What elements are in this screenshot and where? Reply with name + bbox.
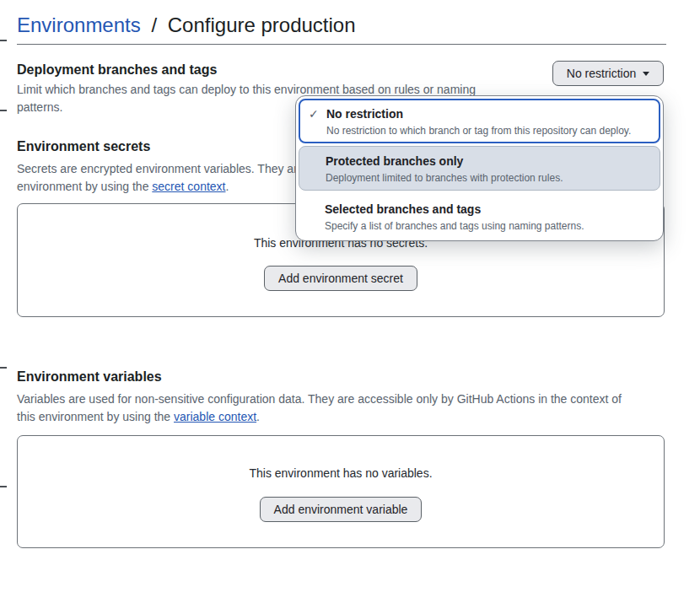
dropdown-option-protected-branches-only[interactable]: Protected branches only Deployment limit… — [299, 146, 660, 191]
variables-section-title: Environment variables — [17, 369, 162, 385]
deployment-description-line1: Limit which branches and tags can deploy… — [17, 83, 476, 96]
variables-description-line1: Variables are used for non-sensitive con… — [17, 392, 622, 406]
check-icon: ✓ — [309, 107, 319, 121]
variables-empty-message: This environment has no variables. — [249, 465, 432, 482]
secrets-description-line2: environment by using the — [17, 180, 152, 193]
add-environment-secret-button[interactable]: Add environment secret — [264, 266, 417, 291]
dropdown-option-label: Protected branches only — [326, 153, 651, 169]
breadcrumb-separator: / — [151, 13, 157, 36]
variables-empty-box: This environment has no variables. Add e… — [17, 435, 665, 548]
breadcrumb-environments-link[interactable]: Environments — [17, 13, 141, 36]
dropdown-option-selected-branches-and-tags[interactable]: Selected branches and tags Specify a lis… — [299, 193, 660, 238]
variables-section-description: Variables are used for non-sensitive con… — [17, 390, 658, 426]
variables-description-suffix: . — [256, 410, 260, 423]
breadcrumb-current: Configure production — [168, 13, 356, 36]
dropdown-option-description: No restriction to which branch or tag fr… — [326, 125, 650, 137]
dropdown-option-label: No restriction — [326, 106, 650, 121]
dropdown-option-description: Deployment limited to branches with prot… — [326, 172, 651, 185]
chevron-down-icon — [643, 72, 649, 76]
dropdown-option-description: Specify a list of branches and tags usin… — [325, 220, 652, 233]
branch-policy-dropdown-button-label: No restriction — [567, 67, 636, 80]
environment-configuration-page: Environments / Configure production Depl… — [0, 0, 700, 603]
screen-edge-artifact — [0, 40, 7, 41]
screen-edge-artifact — [0, 367, 7, 369]
dropdown-option-label: Selected branches and tags — [325, 202, 652, 217]
deployment-description-line2: patterns. — [17, 100, 62, 114]
page-title: Environments / Configure production — [17, 13, 356, 38]
secret-context-link[interactable]: secret context — [152, 180, 225, 193]
deployment-section-title: Deployment branches and tags — [17, 62, 217, 78]
screen-edge-artifact — [0, 486, 7, 487]
variable-context-link[interactable]: variable context — [174, 410, 256, 423]
header-divider — [17, 44, 666, 45]
branch-policy-dropdown-menu: ✓ No restriction No restriction to which… — [295, 95, 664, 241]
dropdown-option-no-restriction[interactable]: ✓ No restriction No restriction to which… — [299, 99, 660, 143]
add-environment-variable-button[interactable]: Add environment variable — [260, 497, 423, 522]
secrets-section-title: Environment secrets — [17, 138, 150, 155]
branch-policy-dropdown-button[interactable]: No restriction — [552, 61, 664, 86]
secrets-description-suffix: . — [225, 180, 229, 193]
variables-description-line2: this environment by using the — [17, 410, 174, 423]
screen-edge-artifact — [0, 110, 7, 111]
